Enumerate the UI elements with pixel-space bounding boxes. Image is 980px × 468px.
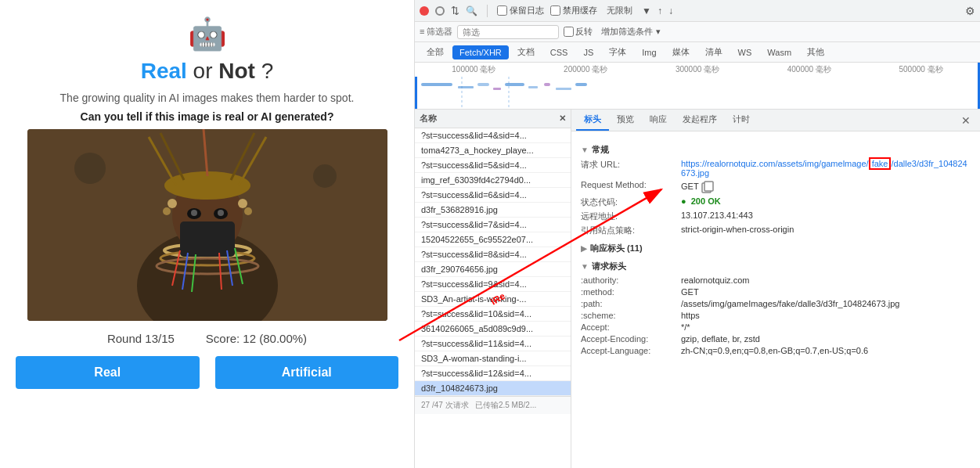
- title-question: ?: [255, 59, 273, 83]
- svg-rect-38: [575, 83, 587, 86]
- remote-address-key: 远程地址:: [581, 211, 675, 222]
- file-item-3[interactable]: ?st=success&lid=5&sid=4...: [415, 158, 571, 173]
- file-item-7[interactable]: ?st=success&lid=7&sid=4...: [415, 218, 571, 232]
- copy-icon[interactable]: [701, 180, 715, 194]
- tab-media[interactable]: 媒体: [665, 44, 697, 60]
- svg-point-28: [313, 164, 337, 188]
- request-headers-section-header[interactable]: ▼ 请求标头: [581, 261, 971, 272]
- svg-point-9: [191, 210, 197, 216]
- tab-wasm[interactable]: Wasm: [760, 45, 798, 59]
- devtools-toolbar: ⇅ 🔍 保留日志 禁用缓存 无限制 ▼ ↑ ↓ ⚙: [415, 0, 980, 22]
- request-method-row: Request Method: GET: [581, 180, 971, 194]
- main-content: 名称 ✕ ?st=success&lid=4&sid=4... toma4273…: [415, 110, 980, 468]
- file-item-5[interactable]: ?st=success&lid=6&sid=4...: [415, 188, 571, 203]
- file-item-16[interactable]: SD3_A-woman-standing-i...: [415, 351, 571, 366]
- details-tab-headers[interactable]: 标头: [576, 110, 609, 131]
- svg-rect-37: [556, 88, 571, 90]
- authority-row: :authority: realornotquiz.com: [581, 275, 971, 285]
- preserve-log-checkbox[interactable]: [497, 5, 507, 16]
- accept-language-row: Accept-Language: zh-CN;q=0.9,en;q=0.8,en…: [581, 346, 971, 355]
- accept-encoding-row: Accept-Encoding: gzip, deflate, br, zstd: [581, 334, 971, 344]
- filter-icon[interactable]: ⇅: [451, 5, 459, 16]
- remote-address-value: 13.107.213.41:443: [681, 211, 753, 222]
- record-button[interactable]: [420, 6, 429, 16]
- general-section-header[interactable]: ▼ 常规: [581, 144, 971, 156]
- request-headers-section-label: 请求标头: [592, 261, 626, 272]
- file-item-17[interactable]: ?st=success&lid=12&sid=4...: [415, 366, 571, 381]
- timeline-labels: 100000 毫秒 200000 毫秒 300000 毫秒 400000 毫秒 …: [415, 64, 980, 75]
- file-item-4[interactable]: img_ref_63039fd4c2794d0...: [415, 173, 571, 188]
- referrer-policy-row: 引用站点策略: strict-origin-when-cross-origin: [581, 225, 971, 236]
- scheme-row: :scheme: https: [581, 311, 971, 320]
- invert-label[interactable]: 反转: [564, 26, 593, 38]
- type-tabs: 全部 Fetch/XHR 文档 CSS JS 字体 Img 媒体 清单 WS W…: [415, 42, 980, 63]
- details-close-button[interactable]: ✕: [957, 110, 975, 131]
- details-tab-timing[interactable]: 计时: [725, 110, 758, 131]
- artificial-button[interactable]: Artificial: [215, 356, 399, 389]
- svg-rect-35: [528, 86, 538, 88]
- accept-row: Accept: */*: [581, 322, 971, 332]
- throttle-select[interactable]: 无限制: [603, 3, 636, 18]
- file-item-2[interactable]: toma4273_a_hockey_playe...: [415, 143, 571, 158]
- details-tab-initiator[interactable]: 发起程序: [675, 110, 725, 131]
- scheme-value: https: [681, 311, 700, 320]
- file-item-9[interactable]: ?st=success&lid=8&sid=4...: [415, 247, 571, 262]
- upload-arrow-icon[interactable]: ↑: [658, 5, 662, 16]
- response-section-header[interactable]: ▶ 响应标头 (11): [581, 243, 971, 254]
- tab-js[interactable]: JS: [576, 45, 600, 59]
- request-method-value: GET: [681, 180, 715, 194]
- add-condition-button[interactable]: 增加筛选条件 ▾: [597, 24, 664, 39]
- tab-css[interactable]: CSS: [543, 45, 575, 59]
- file-item-11[interactable]: ?st=success&lid=9&sid=4...: [415, 277, 571, 292]
- timeline-label-1: 100000 毫秒: [418, 64, 530, 75]
- image-placeholder: [27, 129, 387, 321]
- details-tab-response[interactable]: 响应: [642, 110, 675, 131]
- details-tab-preview[interactable]: 预览: [609, 110, 642, 131]
- disable-cache-label[interactable]: 禁用缓存: [550, 5, 597, 16]
- close-file-list-icon[interactable]: ✕: [559, 113, 566, 124]
- filter-input[interactable]: [457, 25, 559, 39]
- search-icon[interactable]: 🔍: [466, 5, 477, 16]
- accept-language-value: zh-CN;q=0.9,en;q=0.8,en-GB;q=0.7,en-US;q…: [681, 346, 868, 355]
- preserve-log-label[interactable]: 保留日志: [497, 5, 544, 16]
- file-item-10[interactable]: d3fr_290764656.jpg: [415, 262, 571, 277]
- tab-img[interactable]: Img: [635, 45, 663, 59]
- tab-font[interactable]: 字体: [602, 44, 633, 60]
- file-item-8[interactable]: 15204522655_6c95522e07...: [415, 232, 571, 247]
- page-title: Real or Not ?: [141, 59, 274, 84]
- file-item-12[interactable]: SD3_An-artist-is-working-...: [415, 292, 571, 307]
- toolbar-sep1: [487, 5, 488, 17]
- file-item-15[interactable]: ?st=success&lid=11&sid=4...: [415, 337, 571, 351]
- path-value: /assets/img/gameImages/fake/dalle3/d3fr_…: [681, 299, 899, 308]
- status-code-row: 状态代码: ● 200 OK: [581, 196, 971, 208]
- settings-icon[interactable]: ⚙: [965, 5, 975, 17]
- tab-ws[interactable]: WS: [731, 45, 759, 59]
- svg-point-17: [168, 199, 177, 208]
- path-key: :path:: [581, 299, 675, 308]
- download-arrow-icon[interactable]: ↓: [668, 5, 673, 16]
- tab-manifest[interactable]: 清单: [698, 44, 730, 60]
- filter-row: ≡ 筛选器 反转 增加筛选条件 ▾: [415, 22, 980, 42]
- tab-fetch-xhr[interactable]: Fetch/XHR: [452, 45, 509, 59]
- real-button[interactable]: Real: [16, 356, 200, 389]
- tab-other[interactable]: 其他: [800, 44, 831, 60]
- request-url-value: https://realornotquiz.com/assets/img/gam…: [681, 159, 971, 178]
- tab-document[interactable]: 文档: [510, 44, 542, 60]
- invert-checkbox[interactable]: [564, 27, 574, 37]
- disable-cache-checkbox[interactable]: [550, 5, 560, 16]
- svg-rect-33: [493, 88, 501, 90]
- file-item-13[interactable]: ?st=success&lid=10&sid=4...: [415, 307, 571, 322]
- file-item-18[interactable]: d3fr_104824673.jpg: [415, 381, 571, 396]
- tab-all[interactable]: 全部: [420, 44, 451, 60]
- timeline-label-2: 200000 毫秒: [530, 64, 642, 75]
- svg-rect-42: [704, 182, 713, 191]
- upload-icon[interactable]: ▼: [642, 5, 651, 16]
- answer-buttons: Real Artificial: [16, 356, 398, 389]
- file-item-1[interactable]: ?st=success&lid=4&sid=4...: [415, 128, 571, 143]
- file-item-14[interactable]: 36140266065_a5d089c9d9...: [415, 322, 571, 337]
- svg-point-27: [74, 153, 106, 184]
- request-url-key: 请求 URL:: [581, 159, 675, 178]
- svg-rect-29: [415, 77, 417, 110]
- clear-button[interactable]: [435, 6, 445, 16]
- file-item-6[interactable]: d3fr_536828916.jpg: [415, 203, 571, 218]
